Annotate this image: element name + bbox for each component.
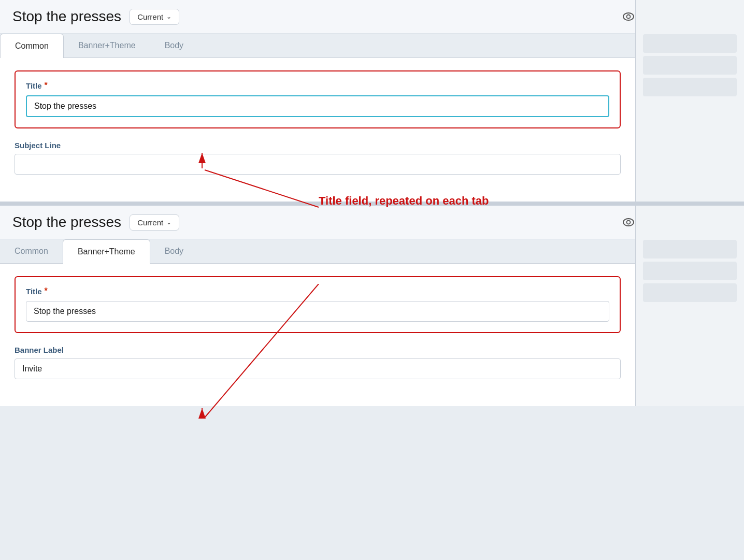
- panel-1-title: Stop the presses: [12, 8, 121, 25]
- title-required-2: *: [45, 286, 48, 296]
- panel-1-content: Title * Subject Line: [0, 58, 635, 202]
- right-sidebar-1: [635, 0, 744, 202]
- title-required-1: *: [45, 81, 48, 90]
- sidebar-stub-2c: [643, 283, 737, 302]
- chevron-down-icon-2: ⌄: [166, 219, 171, 226]
- panel-2: Stop the presses Current ⌄ Live Preview …: [0, 206, 744, 406]
- title-input-2[interactable]: [26, 301, 609, 322]
- title-field-label-2: Title *: [26, 286, 609, 296]
- svg-point-7: [626, 221, 630, 224]
- tab-banner-theme-2[interactable]: Banner+Theme: [63, 239, 150, 264]
- panel-2-content: Title * Banner Label: [0, 264, 635, 406]
- sidebar-stub-1a: [643, 34, 737, 53]
- subject-line-input-1[interactable]: [15, 154, 621, 175]
- title-field-group-1: Title *: [15, 70, 621, 128]
- banner-label-field-group: Banner Label: [15, 346, 621, 379]
- panel-1-header: Stop the presses Current ⌄ Live Preview …: [0, 0, 744, 34]
- subject-line-label-1: Subject Line: [15, 141, 621, 150]
- chevron-down-icon-1: ⌄: [166, 13, 171, 20]
- svg-point-6: [623, 219, 634, 226]
- svg-point-0: [623, 13, 634, 20]
- title-field-group-2: Title *: [15, 276, 621, 333]
- tab-body-1[interactable]: Body: [150, 34, 198, 58]
- version-label-1: Current: [137, 12, 163, 21]
- tab-banner-theme-1[interactable]: Banner+Theme: [64, 34, 150, 58]
- title-field-label-1: Title *: [26, 81, 609, 90]
- sidebar-stub-2b: [643, 262, 737, 280]
- tab-body-2[interactable]: Body: [150, 239, 198, 263]
- version-dropdown-1[interactable]: Current ⌄: [130, 9, 179, 25]
- panel-1-tabs: Common Banner+Theme Body: [0, 34, 744, 58]
- subject-line-field-group-1: Subject Line: [15, 141, 621, 175]
- tab-common-2[interactable]: Common: [0, 239, 63, 263]
- eye-icon-1: [623, 12, 634, 21]
- right-sidebar-2: [635, 206, 744, 406]
- banner-label-label: Banner Label: [15, 346, 621, 354]
- eye-icon-2: [623, 218, 634, 226]
- sidebar-stub-1b: [643, 56, 737, 75]
- panel-divider: [0, 202, 744, 206]
- tab-common-1[interactable]: Common: [0, 34, 64, 58]
- banner-label-input[interactable]: [15, 358, 621, 379]
- version-dropdown-2[interactable]: Current ⌄: [130, 214, 179, 231]
- version-label-2: Current: [137, 218, 163, 227]
- sidebar-stub-1c: [643, 78, 737, 96]
- title-input-1[interactable]: [26, 95, 609, 117]
- sidebar-stub-2a: [643, 240, 737, 259]
- panel-1: Stop the presses Current ⌄ Live Preview …: [0, 0, 744, 202]
- panel-2-tabs: Common Banner+Theme Body: [0, 239, 744, 264]
- panel-2-header: Stop the presses Current ⌄ Live Preview …: [0, 206, 744, 239]
- panel-2-title: Stop the presses: [12, 214, 121, 231]
- svg-point-1: [626, 15, 630, 19]
